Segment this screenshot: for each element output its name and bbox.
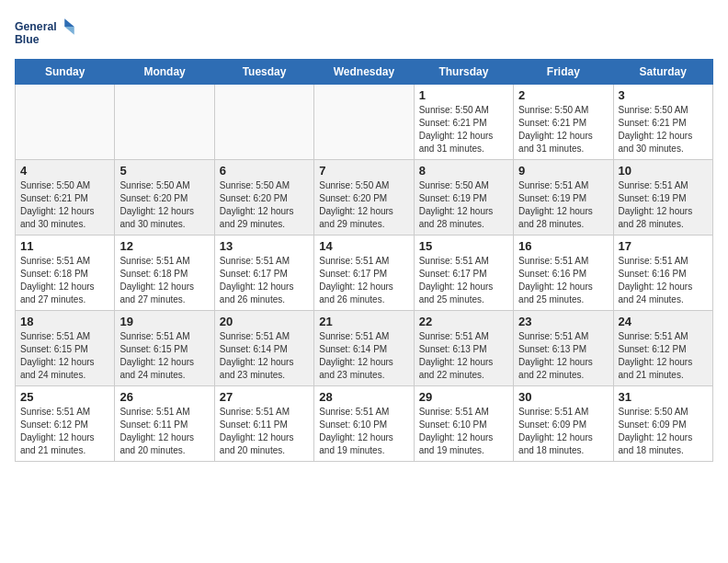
day-number: 31 xyxy=(619,390,708,404)
day-info: Sunrise: 5:51 AM Sunset: 6:18 PM Dayligh… xyxy=(20,255,109,306)
day-number: 22 xyxy=(419,315,508,328)
calendar-cell: 3Sunrise: 5:50 AM Sunset: 6:21 PM Daylig… xyxy=(613,85,712,160)
day-number: 24 xyxy=(619,315,708,328)
day-number: 23 xyxy=(518,315,608,328)
day-info: Sunrise: 5:51 AM Sunset: 6:18 PM Dayligh… xyxy=(119,255,209,306)
calendar-table: SundayMondayTuesdayWednesdayThursdayFrid… xyxy=(15,59,713,462)
calendar-cell: 22Sunrise: 5:51 AM Sunset: 6:13 PM Dayli… xyxy=(414,311,513,386)
calendar-cell: 7Sunrise: 5:50 AM Sunset: 6:20 PM Daylig… xyxy=(314,160,414,236)
day-info: Sunrise: 5:50 AM Sunset: 6:21 PM Dayligh… xyxy=(619,104,708,155)
calendar-cell: 4Sunrise: 5:50 AM Sunset: 6:21 PM Daylig… xyxy=(16,160,115,236)
day-info: Sunrise: 5:50 AM Sunset: 6:21 PM Dayligh… xyxy=(419,104,508,155)
day-info: Sunrise: 5:51 AM Sunset: 6:19 PM Dayligh… xyxy=(619,179,708,231)
calendar-cell: 10Sunrise: 5:51 AM Sunset: 6:19 PM Dayli… xyxy=(613,160,712,236)
day-info: Sunrise: 5:51 AM Sunset: 6:12 PM Dayligh… xyxy=(619,330,708,382)
calendar-cell xyxy=(115,85,214,160)
day-info: Sunrise: 5:50 AM Sunset: 6:21 PM Dayligh… xyxy=(20,179,109,231)
day-info: Sunrise: 5:51 AM Sunset: 6:13 PM Dayligh… xyxy=(419,330,508,382)
day-info: Sunrise: 5:51 AM Sunset: 6:19 PM Dayligh… xyxy=(518,179,608,231)
svg-marker-3 xyxy=(64,27,74,35)
calendar-cell xyxy=(214,85,313,160)
day-number: 2 xyxy=(518,88,608,102)
day-info: Sunrise: 5:51 AM Sunset: 6:17 PM Dayligh… xyxy=(419,255,508,306)
calendar-cell: 15Sunrise: 5:51 AM Sunset: 6:17 PM Dayli… xyxy=(414,236,513,311)
calendar-cell: 27Sunrise: 5:51 AM Sunset: 6:11 PM Dayli… xyxy=(214,386,313,462)
day-info: Sunrise: 5:51 AM Sunset: 6:10 PM Dayligh… xyxy=(319,406,408,457)
calendar-cell: 28Sunrise: 5:51 AM Sunset: 6:10 PM Dayli… xyxy=(314,386,414,462)
day-number: 29 xyxy=(419,390,508,404)
day-number: 7 xyxy=(319,164,408,178)
day-number: 16 xyxy=(518,239,608,253)
day-number: 15 xyxy=(419,239,508,253)
calendar-cell: 18Sunrise: 5:51 AM Sunset: 6:15 PM Dayli… xyxy=(16,311,115,386)
day-number: 8 xyxy=(419,164,508,178)
calendar-cell xyxy=(16,85,115,160)
day-info: Sunrise: 5:51 AM Sunset: 6:11 PM Dayligh… xyxy=(220,406,309,457)
day-header-saturday: Saturday xyxy=(613,60,712,85)
day-number: 20 xyxy=(220,315,309,328)
day-info: Sunrise: 5:51 AM Sunset: 6:17 PM Dayligh… xyxy=(220,255,309,306)
day-info: Sunrise: 5:51 AM Sunset: 6:10 PM Dayligh… xyxy=(419,406,508,457)
svg-marker-2 xyxy=(64,18,74,27)
day-number: 17 xyxy=(619,239,708,253)
calendar-cell: 29Sunrise: 5:51 AM Sunset: 6:10 PM Dayli… xyxy=(414,386,513,462)
day-info: Sunrise: 5:51 AM Sunset: 6:14 PM Dayligh… xyxy=(220,330,309,382)
day-header-thursday: Thursday xyxy=(414,60,513,85)
day-header-tuesday: Tuesday xyxy=(214,60,313,85)
day-info: Sunrise: 5:51 AM Sunset: 6:16 PM Dayligh… xyxy=(619,255,708,306)
calendar-cell: 8Sunrise: 5:50 AM Sunset: 6:19 PM Daylig… xyxy=(414,160,513,236)
day-number: 25 xyxy=(20,390,109,404)
calendar-cell: 19Sunrise: 5:51 AM Sunset: 6:15 PM Dayli… xyxy=(115,311,214,386)
calendar-cell: 11Sunrise: 5:51 AM Sunset: 6:18 PM Dayli… xyxy=(16,236,115,311)
day-info: Sunrise: 5:50 AM Sunset: 6:20 PM Dayligh… xyxy=(119,179,209,231)
day-info: Sunrise: 5:51 AM Sunset: 6:12 PM Dayligh… xyxy=(20,406,109,457)
day-header-monday: Monday xyxy=(115,60,214,85)
day-info: Sunrise: 5:50 AM Sunset: 6:19 PM Dayligh… xyxy=(419,179,508,231)
day-info: Sunrise: 5:50 AM Sunset: 6:09 PM Dayligh… xyxy=(619,406,708,457)
day-number: 6 xyxy=(220,164,309,178)
day-number: 30 xyxy=(518,390,608,404)
calendar-cell: 30Sunrise: 5:51 AM Sunset: 6:09 PM Dayli… xyxy=(514,386,613,462)
day-info: Sunrise: 5:50 AM Sunset: 6:20 PM Dayligh… xyxy=(319,179,408,231)
day-header-wednesday: Wednesday xyxy=(314,60,414,85)
day-number: 18 xyxy=(20,315,109,328)
day-info: Sunrise: 5:51 AM Sunset: 6:11 PM Dayligh… xyxy=(119,406,209,457)
day-number: 9 xyxy=(518,164,608,178)
day-info: Sunrise: 5:50 AM Sunset: 6:20 PM Dayligh… xyxy=(220,179,309,231)
day-info: Sunrise: 5:51 AM Sunset: 6:15 PM Dayligh… xyxy=(20,330,109,382)
calendar-cell: 5Sunrise: 5:50 AM Sunset: 6:20 PM Daylig… xyxy=(115,160,214,236)
calendar-cell: 20Sunrise: 5:51 AM Sunset: 6:14 PM Dayli… xyxy=(214,311,313,386)
day-number: 19 xyxy=(119,315,209,328)
day-number: 14 xyxy=(319,239,408,253)
calendar-cell: 16Sunrise: 5:51 AM Sunset: 6:16 PM Dayli… xyxy=(514,236,613,311)
day-info: Sunrise: 5:51 AM Sunset: 6:13 PM Dayligh… xyxy=(518,330,608,382)
day-number: 12 xyxy=(119,239,209,253)
day-info: Sunrise: 5:51 AM Sunset: 6:09 PM Dayligh… xyxy=(518,406,608,457)
day-number: 3 xyxy=(619,88,708,102)
day-header-friday: Friday xyxy=(514,60,613,85)
day-number: 26 xyxy=(119,390,209,404)
day-info: Sunrise: 5:51 AM Sunset: 6:17 PM Dayligh… xyxy=(319,255,408,306)
day-info: Sunrise: 5:50 AM Sunset: 6:21 PM Dayligh… xyxy=(518,104,608,155)
calendar-cell: 23Sunrise: 5:51 AM Sunset: 6:13 PM Dayli… xyxy=(514,311,613,386)
calendar-cell: 9Sunrise: 5:51 AM Sunset: 6:19 PM Daylig… xyxy=(514,160,613,236)
calendar-cell: 13Sunrise: 5:51 AM Sunset: 6:17 PM Dayli… xyxy=(214,236,313,311)
day-number: 1 xyxy=(419,88,508,102)
calendar-cell xyxy=(314,85,414,160)
calendar-cell: 26Sunrise: 5:51 AM Sunset: 6:11 PM Dayli… xyxy=(115,386,214,462)
svg-text:General: General xyxy=(15,20,57,33)
calendar-cell: 6Sunrise: 5:50 AM Sunset: 6:20 PM Daylig… xyxy=(214,160,313,236)
logo: General Blue xyxy=(15,15,79,52)
day-number: 21 xyxy=(319,315,408,328)
calendar-cell: 1Sunrise: 5:50 AM Sunset: 6:21 PM Daylig… xyxy=(414,85,513,160)
day-info: Sunrise: 5:51 AM Sunset: 6:15 PM Dayligh… xyxy=(119,330,209,382)
day-number: 4 xyxy=(20,164,109,178)
svg-text:Blue: Blue xyxy=(15,33,40,46)
day-number: 5 xyxy=(119,164,209,178)
day-number: 27 xyxy=(220,390,309,404)
calendar-cell: 2Sunrise: 5:50 AM Sunset: 6:21 PM Daylig… xyxy=(514,85,613,160)
calendar-cell: 17Sunrise: 5:51 AM Sunset: 6:16 PM Dayli… xyxy=(613,236,712,311)
calendar-cell: 25Sunrise: 5:51 AM Sunset: 6:12 PM Dayli… xyxy=(16,386,115,462)
calendar-cell: 31Sunrise: 5:50 AM Sunset: 6:09 PM Dayli… xyxy=(613,386,712,462)
day-number: 10 xyxy=(619,164,708,178)
